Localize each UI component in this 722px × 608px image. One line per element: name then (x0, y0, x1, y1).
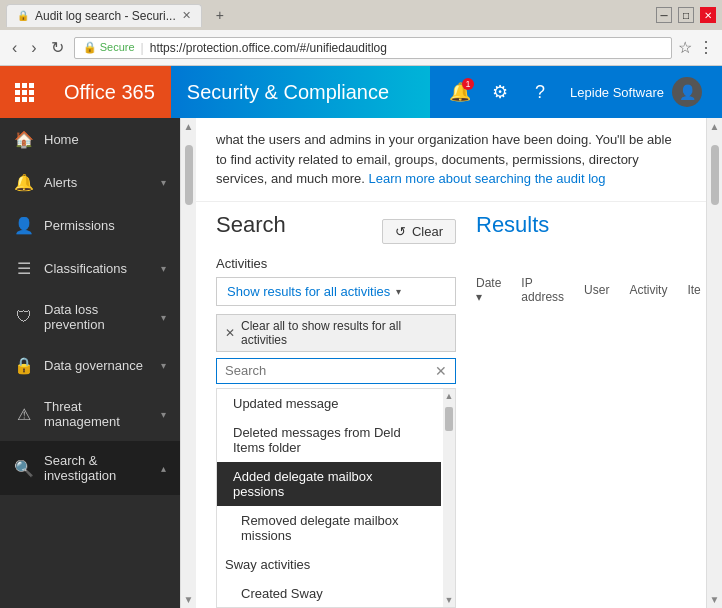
activity-item-created-sway[interactable]: Created Sway (217, 579, 441, 608)
list-scroll-down[interactable]: ▼ (443, 593, 456, 607)
new-tab-button[interactable]: + (208, 3, 232, 27)
sidebar-label-data-gov: Data governance (44, 358, 151, 373)
search-title: Search (216, 212, 286, 238)
results-columns: Date ▾ IP address User Activity Ite (476, 246, 701, 304)
content-inner: what the users and admins in your organi… (196, 118, 706, 608)
maximize-button[interactable]: □ (678, 7, 694, 23)
sidebar-label-home: Home (44, 132, 166, 147)
chevron-icon-data-loss: ▾ (161, 312, 166, 323)
sidebar-item-permissions[interactable]: 👤 Permissions (0, 204, 180, 247)
learn-more-link[interactable]: Learn more about searching the audit log (368, 171, 605, 186)
browser-tab[interactable]: 🔒 Audit log search - Securi... ✕ (6, 4, 202, 27)
clear-all-tag: ✕ Clear all to show results for all acti… (216, 314, 456, 352)
sidebar-label-data-loss: Data loss prevention (44, 302, 151, 332)
window-controls: ─ □ ✕ (656, 7, 716, 23)
data-loss-icon: 🛡 (14, 308, 34, 326)
col-activity: Activity (629, 276, 667, 304)
office365-label: Office 365 (48, 66, 171, 118)
scroll-down-arrow[interactable]: ▼ (181, 591, 197, 608)
activities-list[interactable]: Updated message Deleted messages from De… (216, 388, 456, 608)
user-menu[interactable]: Lepide Software 👤 (562, 77, 710, 107)
left-scroll-gutter: ▲ ▼ (180, 118, 196, 608)
col-date[interactable]: Date ▾ (476, 276, 501, 304)
sidebar-label-alerts: Alerts (44, 175, 151, 190)
user-name: Lepide Software (570, 85, 664, 100)
minimize-button[interactable]: ─ (656, 7, 672, 23)
scroll-up-arrow[interactable]: ▲ (181, 118, 197, 135)
right-scroll-gutter: ▲ ▼ (706, 118, 722, 608)
activities-search-box[interactable]: ✕ (216, 358, 456, 384)
notifications-button[interactable]: 🔔 1 (442, 74, 478, 110)
secure-icon: 🔒 Secure (83, 41, 135, 54)
help-button[interactable]: ? (522, 74, 558, 110)
content-area: ▲ ▼ what the users and admins in your or… (180, 118, 722, 608)
sidebar-item-home[interactable]: 🏠 Home (0, 118, 180, 161)
sidebar-item-search[interactable]: 🔍 Search & investigation ▴ (0, 441, 180, 495)
app-title-area: Security & Compliance (171, 66, 430, 118)
right-scroll-up[interactable]: ▲ (707, 118, 722, 135)
info-text-area: what the users and admins in your organi… (196, 118, 706, 202)
alerts-icon: 🔔 (14, 173, 34, 192)
browser-menu-button[interactable]: ⋮ (698, 38, 714, 57)
clear-all-label: Clear all to show results for all activi… (241, 319, 447, 347)
chevron-icon: ▾ (161, 177, 166, 188)
col-item: Ite (687, 276, 700, 304)
forward-button[interactable]: › (27, 39, 40, 57)
sidebar-label-classifications: Classifications (44, 261, 151, 276)
dropdown-label: Show results for all activities (227, 284, 390, 299)
sidebar-item-alerts[interactable]: 🔔 Alerts ▾ (0, 161, 180, 204)
activities-dropdown[interactable]: Show results for all activities ▾ (216, 277, 456, 306)
classifications-icon: ☰ (14, 259, 34, 278)
search-panel: Search ↺ Clear Activities Show results f… (216, 212, 456, 608)
sidebar-item-data-governance[interactable]: 🔒 Data governance ▾ (0, 344, 180, 387)
activity-item-updated-message[interactable]: Updated message (217, 389, 441, 418)
tab-close-icon[interactable]: ✕ (182, 9, 191, 22)
close-button[interactable]: ✕ (700, 7, 716, 23)
search-results-layout: Search ↺ Clear Activities Show results f… (196, 202, 706, 608)
sidebar: 🏠 Home 🔔 Alerts ▾ 👤 Permissions ☰ Classi… (0, 118, 180, 608)
sidebar-item-threat-management[interactable]: ⚠ Threat management ▾ (0, 387, 180, 441)
notification-badge: 1 (462, 78, 474, 90)
settings-button[interactable]: ⚙ (482, 74, 518, 110)
chevron-icon-classifications: ▾ (161, 263, 166, 274)
header-actions: 🔔 1 ⚙ ? Lepide Software 👤 (430, 66, 722, 118)
right-scroll-thumb[interactable] (711, 145, 719, 205)
scroll-thumb[interactable] (185, 145, 193, 205)
clear-label: Clear (412, 224, 443, 239)
sidebar-item-classifications[interactable]: ☰ Classifications ▾ (0, 247, 180, 290)
sidebar-label-search: Search & investigation (44, 453, 151, 483)
chevron-icon-search: ▴ (161, 463, 166, 474)
refresh-button[interactable]: ↻ (47, 38, 68, 57)
right-scroll-down[interactable]: ▼ (707, 591, 722, 608)
title-bar: 🔒 Audit log search - Securi... ✕ + ─ □ ✕ (0, 0, 722, 30)
url-text: https://protection.office.com/#/unifieda… (150, 41, 387, 55)
search-clear-icon[interactable]: ✕ (435, 363, 447, 379)
waffle-icon (15, 83, 33, 102)
clear-button[interactable]: ↺ Clear (382, 219, 456, 244)
results-title: Results (476, 212, 701, 238)
threat-icon: ⚠ (14, 405, 34, 424)
main-layout: 🏠 Home 🔔 Alerts ▾ 👤 Permissions ☰ Classi… (0, 118, 722, 608)
chevron-icon-data-gov: ▾ (161, 360, 166, 371)
back-button[interactable]: ‹ (8, 39, 21, 57)
sidebar-label-threat: Threat management (44, 399, 151, 429)
data-gov-icon: 🔒 (14, 356, 34, 375)
results-panel: Results Date ▾ IP address User Activity … (456, 212, 701, 608)
search-icon: 🔍 (14, 459, 34, 478)
activity-item-deleted-messages[interactable]: Deleted messages from Deld Items folder (217, 418, 441, 462)
activity-group-sway: Sway activities (217, 550, 441, 579)
activity-item-added-delegate[interactable]: Added delegate mailbox pessions (217, 462, 441, 506)
tab-title: Audit log search - Securi... (35, 9, 176, 23)
waffle-menu-button[interactable] (0, 66, 48, 118)
bookmark-button[interactable]: ☆ (678, 38, 692, 57)
activities-search-input[interactable] (225, 363, 435, 378)
activity-item-removed-delegate[interactable]: Removed delegate mailbox missions (217, 506, 441, 550)
sidebar-item-data-loss[interactable]: 🛡 Data loss prevention ▾ (0, 290, 180, 344)
sidebar-label-permissions: Permissions (44, 218, 166, 233)
col-user: User (584, 276, 609, 304)
url-input[interactable]: 🔒 Secure | https://protection.office.com… (74, 37, 672, 59)
clear-all-x-button[interactable]: ✕ (225, 326, 235, 340)
address-bar: ‹ › ↻ 🔒 Secure | https://protection.offi… (0, 30, 722, 66)
list-scroll-up[interactable]: ▲ (443, 389, 456, 403)
chevron-icon-threat: ▾ (161, 409, 166, 420)
